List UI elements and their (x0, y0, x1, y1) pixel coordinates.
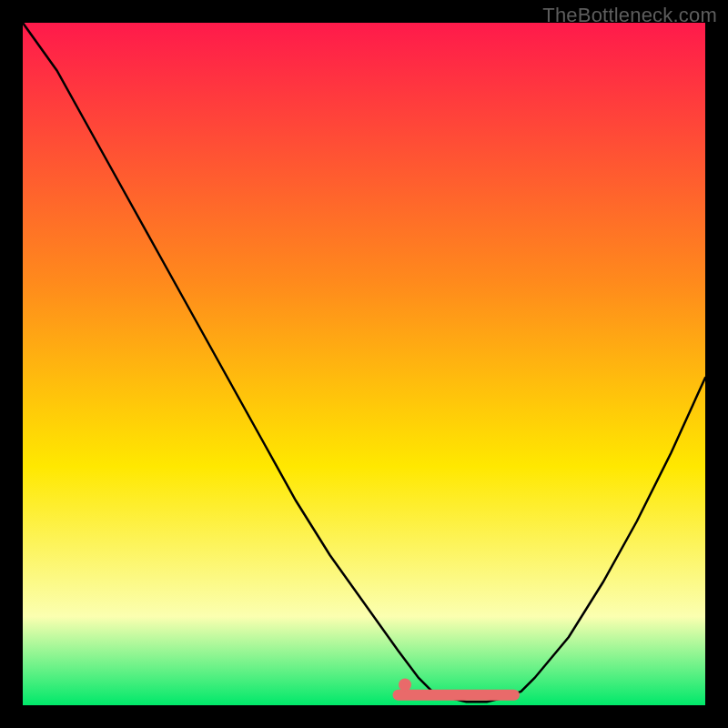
watermark-text: TheBottleneck.com (542, 4, 717, 27)
chart-svg (23, 23, 705, 705)
optimal-marker-dot (399, 679, 411, 692)
chart-frame: TheBottleneck.com (0, 0, 728, 728)
plot-area (23, 23, 705, 705)
